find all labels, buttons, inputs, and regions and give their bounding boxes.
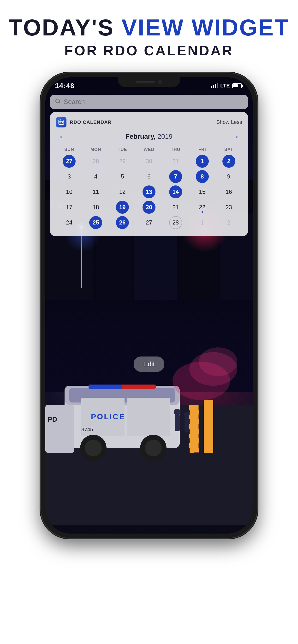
calendar-cell[interactable]: 19 [109,200,136,215]
calendar-cell[interactable]: 17 [56,200,83,215]
camera [158,80,162,84]
day-number: 31 [169,155,182,168]
calendar-cell[interactable]: 10 [56,184,83,200]
day-number: 24 [63,216,76,229]
calendar-cell[interactable]: 16 [215,184,242,200]
calendar-cell[interactable]: 7 [162,169,189,184]
battery-body [232,84,242,88]
day-number: 29 [116,155,129,168]
search-bar[interactable]: Search [50,95,248,109]
calendar-cell[interactable]: 6 [136,169,163,184]
calendar-cell[interactable]: 13 [136,184,163,200]
calendar-cell[interactable]: 1 [189,154,215,169]
calendar-cell[interactable]: 28 [83,154,109,169]
battery-tip [242,84,243,87]
day-number: 6 [142,170,156,183]
day-number: 2 [222,155,235,168]
calendar-cell[interactable]: 21 [162,200,189,215]
svg-rect-39 [189,405,199,453]
show-less-button[interactable]: Show Less [216,119,242,125]
calendar-cell[interactable]: 2 [215,215,242,230]
calendar-cell[interactable]: 29 [109,154,136,169]
day-number: 28 [169,216,182,229]
app-icon [56,117,66,128]
day-number: 7 [169,170,182,183]
calendar-week-3: 17181920212223 [56,200,242,215]
calendar-cell[interactable]: 12 [109,184,136,200]
svg-rect-28 [127,398,170,436]
calendar-cell[interactable]: 18 [83,200,109,215]
calendar-cell[interactable]: 15 [189,184,215,200]
title-line1: TODAY'S VIEW WIDGET [9,14,289,41]
svg-point-46 [174,409,181,416]
calendar-cell[interactable]: 31 [162,154,189,169]
calendar-header: SUN MON TUE WED THU FRI SAT [56,146,242,154]
svg-rect-53 [62,119,62,120]
day-number: 12 [116,186,129,198]
calendar-cell[interactable]: 14 [162,184,189,200]
day-number: 1 [196,155,209,168]
svg-text:PD: PD [48,416,57,423]
day-number: 30 [142,155,156,168]
today-label: TODAY'S [9,14,122,40]
svg-text:POLICE: POLICE [91,412,125,421]
calendar-cell[interactable]: 4 [83,169,109,184]
calendar-cell[interactable]: 23 [215,200,242,215]
calendar-cell[interactable]: 24 [56,215,83,230]
calendar-cell[interactable]: 11 [83,184,109,200]
day-number: 27 [142,216,156,229]
svg-rect-45 [175,414,180,431]
calendar-cell[interactable]: 9 [215,169,242,184]
phone-screen: POLICE 3745 PD [45,78,253,534]
status-time: 14:48 [55,82,75,90]
signal-icon [211,84,218,88]
signal-bar-3 [215,84,216,88]
day-number: 17 [63,201,76,214]
day-number: 14 [169,186,182,198]
calendar-cell[interactable]: 1 [189,215,215,230]
calendar-cell[interactable]: 27 [136,215,163,230]
calendar-week-2: 10111213141516 [56,184,242,200]
calendar-cell[interactable]: 27 [56,154,83,169]
svg-point-48 [184,412,190,417]
calendar: ‹ February, 2019 › SUN MON TUE [56,131,242,230]
day-number: 19 [116,201,129,214]
day-number: 13 [142,186,156,198]
calendar-cell[interactable]: 8 [189,169,215,184]
calendar-cell[interactable]: 22 [189,200,215,215]
day-number: 1 [196,216,209,229]
calendar-cell[interactable]: 20 [136,200,163,215]
next-month-button[interactable]: › [232,131,242,142]
svg-rect-51 [59,120,64,124]
calendar-cell[interactable]: 5 [109,169,136,184]
calendar-header-row: SUN MON TUE WED THU FRI SAT [56,146,242,154]
edit-button[interactable]: Edit [134,356,164,372]
svg-rect-37 [45,405,74,453]
svg-point-34 [145,440,162,456]
prev-month-button[interactable]: ‹ [56,131,66,142]
day-number: 9 [222,170,235,183]
notch [118,78,180,87]
phone-wrapper: POLICE 3745 PD [41,73,257,538]
day-number: 4 [89,170,102,183]
calendar-cell[interactable]: 3 [56,169,83,184]
day-number: 18 [89,201,102,214]
calendar-cell[interactable]: 2 [215,154,242,169]
day-header-thu: THU [162,146,189,154]
network-label: LTE [220,83,230,89]
svg-rect-36 [89,384,122,389]
calendar-cell[interactable]: 30 [136,154,163,169]
day-number: 8 [196,170,209,183]
calendar-cell[interactable]: 26 [109,215,136,230]
day-header-sun: SUN [56,146,83,154]
calendar-cell[interactable]: 28 [162,215,189,230]
subtitle-label: FOR RDO CALENDAR [9,43,289,59]
calendar-cell[interactable]: 25 [83,215,109,230]
view-widget-label: VIEW WIDGET [122,14,289,40]
page-title: TODAY'S VIEW WIDGET FOR RDO CALENDAR [9,14,289,59]
calendar-week-4: 242526272812 [56,215,242,230]
signal-bar-2 [213,85,214,88]
calendar-week-0: 272829303112 [56,154,242,169]
day-header-mon: MON [83,146,109,154]
day-number: 11 [89,186,102,198]
